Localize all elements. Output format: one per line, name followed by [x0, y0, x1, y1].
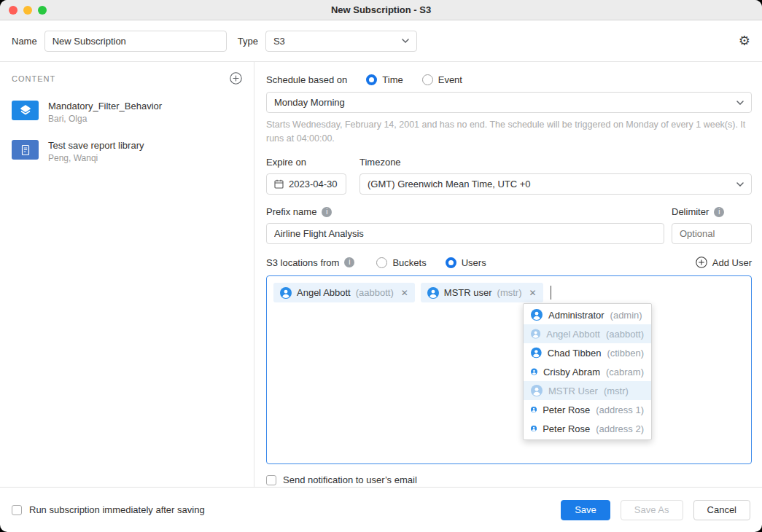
- minimize-window-button[interactable]: [23, 6, 32, 15]
- dialog-footer: Run subscription immediately after savin…: [0, 487, 762, 532]
- user-avatar-icon: [531, 309, 543, 321]
- user-avatar-icon: [531, 328, 540, 340]
- s3-locations-info-icon[interactable]: [344, 257, 354, 267]
- radio-time[interactable]: Time: [366, 74, 403, 85]
- user-avatar-icon: [531, 423, 537, 434]
- dropdown-user-name: Crisby Abram: [543, 367, 600, 378]
- delimiter-input[interactable]: [672, 223, 752, 244]
- dropdown-user-id: (address 1): [596, 404, 644, 415]
- timezone-label: Timezone: [359, 157, 752, 168]
- user-avatar-icon: [280, 287, 292, 299]
- delimiter-info-icon[interactable]: [714, 207, 724, 217]
- traffic-lights: [9, 6, 47, 15]
- add-user-label: Add User: [712, 257, 752, 268]
- user-avatar-icon: [531, 366, 537, 378]
- run-immediately-label: Run subscription immediately after savin…: [29, 504, 205, 515]
- dialog-window: New Subscription - S3 Name Type S3 ⚙ CON…: [0, 0, 762, 532]
- type-select[interactable]: S3: [265, 31, 417, 52]
- window-title: New Subscription - S3: [331, 4, 431, 15]
- prefix-name-label: Prefix name: [266, 206, 316, 217]
- user-avatar-icon: [531, 347, 542, 359]
- user-suggestions-dropdown: Administrator (admin) Angel Abbott (aabb…: [523, 303, 652, 440]
- chip-user-name: MSTR user: [444, 287, 492, 298]
- cancel-button[interactable]: Cancel: [693, 500, 750, 520]
- dropdown-user-id: (address 2): [596, 423, 644, 434]
- dropdown-item[interactable]: Peter Rose (address 2): [524, 419, 651, 438]
- prefix-info-icon[interactable]: [322, 207, 332, 217]
- radio-event-control[interactable]: [422, 74, 433, 85]
- chevron-down-icon: [736, 101, 744, 105]
- dropdown-user-name: Angel Abbott: [546, 329, 600, 340]
- delimiter-label: Delimiter: [672, 206, 709, 217]
- prefix-name-input[interactable]: [266, 223, 664, 244]
- content-item-report[interactable]: Test save report library Peng, Wanqi: [12, 140, 242, 163]
- run-immediately-checkbox[interactable]: [12, 505, 22, 515]
- radio-users[interactable]: Users: [446, 257, 486, 268]
- name-input[interactable]: [44, 31, 227, 52]
- subscription-form: Schedule based on Time Event Monday Morn…: [254, 62, 762, 487]
- expire-date-picker[interactable]: 2023-04-30: [266, 173, 346, 195]
- chevron-down-icon: [402, 39, 409, 43]
- radio-buckets-control[interactable]: [376, 257, 387, 268]
- dropdown-user-id: (mstr): [604, 386, 629, 396]
- type-select-value: S3: [273, 36, 285, 47]
- content-item-dossier[interactable]: Mandatory_Filter_Behavior Bari, Olga: [12, 101, 242, 124]
- dropdown-user-name: Chad Tibben: [548, 348, 602, 359]
- text-caret: [551, 286, 551, 300]
- remove-chip-icon[interactable]: [401, 288, 408, 298]
- save-button[interactable]: Save: [561, 500, 610, 520]
- dropdown-user-id: (cabram): [606, 367, 644, 378]
- close-window-button[interactable]: [9, 6, 18, 15]
- content-item-title: Mandatory_Filter_Behavior: [48, 101, 162, 112]
- timezone-select-value: (GMT) Greenwich Mean Time, UTC +0: [368, 179, 531, 189]
- radio-users-control[interactable]: [446, 257, 456, 268]
- add-content-icon[interactable]: [230, 72, 242, 85]
- chip-user-id: (mstr): [497, 287, 522, 298]
- dropdown-item[interactable]: Crisby Abram (cabram): [524, 362, 651, 381]
- dropdown-item[interactable]: Peter Rose (address 1): [524, 400, 651, 419]
- timezone-select[interactable]: (GMT) Greenwich Mean Time, UTC +0: [359, 173, 752, 195]
- radio-time-label: Time: [382, 74, 403, 85]
- dossier-icon: [12, 101, 39, 120]
- gear-icon[interactable]: ⚙: [739, 34, 750, 47]
- schedule-description: Starts Wednesday, February 14, 2001 and …: [266, 118, 752, 146]
- user-chip: MSTR user (mstr): [421, 283, 543, 302]
- chip-user-name: Angel Abbott: [297, 287, 351, 298]
- save-as-button[interactable]: Save As: [621, 500, 683, 520]
- content-item-title: Test save report library: [48, 140, 144, 151]
- users-input-area[interactable]: Angel Abbott (aabbott) MSTR user (mstr): [266, 275, 752, 464]
- schedule-based-on-label: Schedule based on: [266, 74, 347, 85]
- plus-circle-icon: [696, 257, 707, 268]
- expire-date-value: 2023-04-30: [289, 179, 338, 189]
- chevron-down-icon: [736, 182, 744, 187]
- radio-time-control[interactable]: [366, 74, 377, 85]
- s3-locations-label: S3 locations from: [266, 257, 339, 268]
- user-avatar-icon: [531, 385, 543, 396]
- content-item-owner: Peng, Wanqi: [48, 153, 144, 163]
- radio-event[interactable]: Event: [422, 74, 462, 85]
- dropdown-user-name: MSTR User: [548, 386, 598, 396]
- send-notification-label: Send notification to user’s email: [283, 474, 417, 485]
- zoom-window-button[interactable]: [38, 6, 47, 15]
- dropdown-user-name: Peter Rose: [543, 423, 590, 434]
- dropdown-item[interactable]: Chad Tibben (ctibben): [524, 343, 651, 362]
- schedule-select[interactable]: Monday Morning: [266, 92, 752, 113]
- radio-buckets[interactable]: Buckets: [376, 257, 426, 268]
- dialog-body: CONTENT Mandatory_Filter_Behavior Bari, …: [0, 62, 762, 487]
- dropdown-item[interactable]: Administrator (admin): [524, 305, 651, 324]
- content-section-title: CONTENT: [12, 74, 55, 83]
- user-avatar-icon: [427, 287, 439, 299]
- remove-chip-icon[interactable]: [529, 288, 537, 298]
- send-notification-checkbox[interactable]: [266, 475, 276, 485]
- type-label: Type: [238, 36, 258, 47]
- dropdown-user-id: (admin): [610, 310, 642, 321]
- content-item-owner: Bari, Olga: [48, 114, 162, 124]
- add-user-button[interactable]: Add User: [696, 257, 752, 268]
- schedule-select-value: Monday Morning: [274, 97, 345, 108]
- dropdown-user-id: (ctibben): [607, 348, 644, 359]
- title-bar: New Subscription - S3: [0, 0, 762, 20]
- dropdown-item-disabled[interactable]: Angel Abbott (aabbott): [524, 324, 651, 343]
- report-icon: [12, 140, 39, 160]
- dropdown-user-name: Administrator: [548, 310, 604, 321]
- dropdown-item-disabled[interactable]: MSTR User (mstr): [524, 381, 651, 400]
